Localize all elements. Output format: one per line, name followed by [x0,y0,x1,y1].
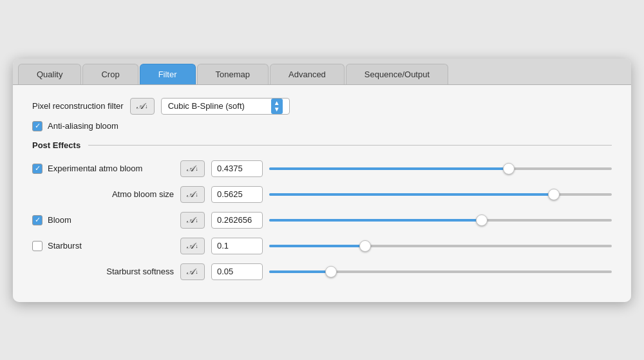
check-icon: ✓ [35,165,41,172]
tab-advanced[interactable]: Advanced [270,64,345,84]
fn-icon: 𝒜 [187,215,194,225]
atmo-bloom-input[interactable] [211,160,263,177]
main-window: Quality Crop Filter Tonemap Advanced Seq… [13,59,631,302]
bloom-label: Bloom [48,215,71,225]
starburst-softness-thumb[interactable] [325,266,337,278]
atmo-size-fn-button[interactable]: 𝒜 [180,186,205,203]
section-divider [88,145,612,146]
pixel-filter-row: Pixel reconstruction filter 𝒜 Cubic B-Sp… [32,98,612,115]
atmo-size-left: Atmo bloom size [32,189,174,199]
atmo-bloom-fill [269,167,509,170]
fn-icon: 𝒜 [137,101,144,111]
atmo-size-track [269,193,612,196]
starburst-track [269,245,612,247]
starburst-fill [269,245,365,247]
starburst-softness-label: Starburst softness [106,267,174,276]
starburst-fn-button[interactable]: 𝒜 [180,238,205,254]
bloom-left: ✓ Bloom [32,215,174,225]
pixel-filter-fn-button[interactable]: 𝒜 [130,98,155,115]
starburst-softness-fill [269,270,331,273]
check-icon: ✓ [35,122,41,129]
bloom-thumb[interactable] [476,214,488,226]
atmo-size-thumb[interactable] [548,189,560,200]
starburst-checkbox[interactable] [32,241,43,251]
tab-sequence-output[interactable]: Sequence/Output [346,64,448,84]
tab-tonemap[interactable]: Tonemap [197,64,269,84]
filter-content: Pixel reconstruction filter 𝒜 Cubic B-Sp… [13,85,631,302]
bloom-input[interactable] [211,212,263,229]
post-effects-header: Post Effects [32,140,612,150]
bloom-slider[interactable] [269,214,612,227]
bloom-row: ✓ Bloom 𝒜 [32,212,612,229]
tab-quality[interactable]: Quality [18,64,81,84]
anti-aliasing-row: ✓ Anti-aliasing bloom [32,121,612,131]
starburst-input[interactable] [211,238,263,254]
bloom-fn-button[interactable]: 𝒜 [180,212,205,229]
starburst-row: Starburst 𝒜 [32,238,612,254]
check-icon: ✓ [35,216,41,223]
starburst-softness-left: Starburst softness [32,267,174,276]
fn-icon: 𝒜 [187,164,194,174]
fn-icon: 𝒜 [187,189,194,200]
tab-bar: Quality Crop Filter Tonemap Advanced Seq… [13,59,631,85]
fn-icon: 𝒜 [187,241,194,251]
atmo-bloom-track [269,167,612,170]
atmo-size-slider[interactable] [269,188,612,201]
tab-crop[interactable]: Crop [82,64,138,84]
bloom-fill [269,219,482,222]
starburst-softness-input[interactable] [211,263,263,280]
atmo-size-row: Atmo bloom size 𝒜 [32,186,612,203]
tab-filter[interactable]: Filter [140,64,196,84]
anti-aliasing-checkbox[interactable]: ✓ [32,121,43,131]
atmo-size-input[interactable] [211,186,263,203]
starburst-softness-track [269,270,612,273]
fn-icon: 𝒜 [187,267,194,277]
bloom-track [269,219,612,222]
post-effects-title: Post Effects [32,140,80,150]
starburst-thumb[interactable] [359,240,371,252]
dropdown-arrow-icon: ▲ ▼ [271,99,283,114]
bloom-checkbox[interactable]: ✓ [32,215,43,225]
atmo-bloom-label: Experimental atmo bloom [48,164,142,173]
starburst-softness-slider[interactable] [269,265,612,278]
starburst-softness-fn-button[interactable]: 𝒜 [180,263,205,280]
pixel-filter-value: Cubic B-Spline (soft) [168,101,245,111]
starburst-slider[interactable] [269,240,612,252]
atmo-bloom-checkbox[interactable]: ✓ [32,164,43,174]
starburst-label: Starburst [48,241,82,251]
atmo-bloom-thumb[interactable] [503,163,515,175]
pixel-filter-dropdown[interactable]: Cubic B-Spline (soft) ▲ ▼ [161,98,290,115]
pixel-filter-label: Pixel reconstruction filter [32,101,124,111]
atmo-bloom-slider[interactable] [269,162,612,175]
atmo-size-fill [269,193,554,196]
anti-aliasing-label: Anti-aliasing bloom [48,121,118,131]
atmo-bloom-row: ✓ Experimental atmo bloom 𝒜 [32,160,612,177]
atmo-size-label: Atmo bloom size [112,189,174,199]
starburst-softness-row: Starburst softness 𝒜 [32,263,612,280]
starburst-left: Starburst [32,241,174,251]
atmo-bloom-left: ✓ Experimental atmo bloom [32,164,174,174]
atmo-bloom-fn-button[interactable]: 𝒜 [180,160,205,177]
